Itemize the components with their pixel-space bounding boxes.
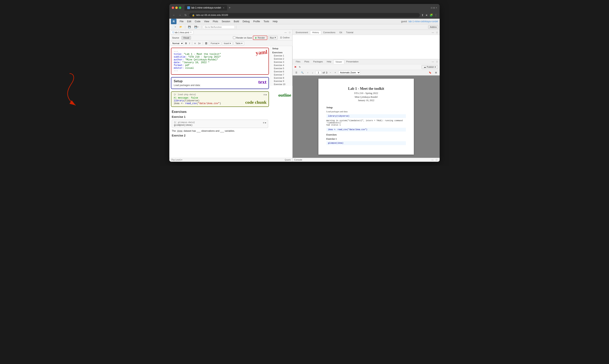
minimize-bottom-button[interactable]: — bbox=[431, 60, 435, 63]
viewer-refresh-icon[interactable]: ↻ bbox=[298, 65, 302, 69]
publish-dropdown-icon[interactable]: ▾ bbox=[435, 66, 436, 68]
outline-ex6[interactable]: Exercise 6 bbox=[271, 70, 292, 73]
new-tab-button[interactable]: + bbox=[228, 6, 231, 10]
addins-button[interactable]: Addins bbox=[428, 25, 438, 29]
text-style-select[interactable]: Normal bbox=[171, 41, 184, 45]
go-to-file-input[interactable] bbox=[203, 25, 235, 29]
outline-ex3[interactable]: Exercise 3 bbox=[271, 60, 292, 64]
visual-mode-button[interactable]: Visual bbox=[182, 36, 191, 39]
outline-ex2[interactable]: Exercise 2 bbox=[271, 57, 292, 60]
tab-help[interactable]: Help bbox=[325, 60, 333, 63]
render-button[interactable]: ▶ Render bbox=[253, 36, 267, 40]
image-button[interactable]: 🖼 bbox=[204, 42, 208, 45]
tab-plots[interactable]: Plots bbox=[302, 60, 311, 63]
pdf-search-icon[interactable]: 🔍 bbox=[300, 71, 305, 74]
save-all-button[interactable]: 💾+ bbox=[193, 25, 200, 29]
tab-environment[interactable]: Environment bbox=[294, 31, 310, 34]
pdf-prev-icon[interactable]: ↑ bbox=[306, 71, 310, 74]
menu-view[interactable]: View bbox=[202, 19, 211, 24]
bookmark-icon[interactable]: ★ bbox=[425, 13, 428, 17]
outline-ex5[interactable]: Exercise 5 bbox=[271, 67, 292, 70]
format-button[interactable]: Format ▾ bbox=[209, 41, 221, 45]
refresh-button[interactable]: ↻ bbox=[184, 13, 188, 17]
viewer-stop-icon[interactable]: ✕ bbox=[294, 65, 297, 68]
outline-ex10[interactable]: Exercise 10 bbox=[271, 83, 292, 86]
tab-files[interactable]: Files bbox=[294, 60, 302, 63]
publish-button[interactable]: ☁ Publish ▾ bbox=[422, 65, 438, 69]
file-tab-close[interactable]: ✕ bbox=[190, 31, 192, 33]
minimize-button[interactable] bbox=[175, 7, 178, 9]
outline-ex9[interactable]: Exercise 9 bbox=[271, 79, 292, 83]
outline-button[interactable]: ☰ Outline bbox=[278, 36, 291, 39]
maximize-panel-button[interactable]: □ bbox=[288, 31, 291, 34]
minimize-panel-button[interactable]: — bbox=[284, 31, 287, 34]
editor-content[interactable]: --- title: "Lab 1 - Meet the toolkit" su… bbox=[169, 46, 270, 158]
chunk-run-icon[interactable]: ▶ bbox=[265, 93, 267, 96]
exercise1-run-icon[interactable]: ▶ bbox=[265, 121, 266, 124]
pdf-next-icon[interactable]: ↓ bbox=[311, 71, 315, 74]
share-icon[interactable]: ⬆ bbox=[421, 13, 424, 17]
outline-setup[interactable]: Setup bbox=[271, 46, 292, 50]
menu-tools[interactable]: Tools bbox=[262, 19, 271, 24]
chunk-settings-icon[interactable]: ⚙ bbox=[264, 93, 265, 96]
run-dropdown-icon[interactable]: ▾ bbox=[275, 36, 276, 39]
numlist-button[interactable]: 1≡ bbox=[197, 42, 201, 45]
close-button[interactable] bbox=[172, 7, 174, 9]
render-on-save-checkbox[interactable] bbox=[233, 36, 236, 39]
tab-tutorial[interactable]: Tutorial bbox=[344, 31, 355, 34]
menu-file[interactable]: File bbox=[178, 19, 185, 24]
tab-git[interactable]: Git bbox=[337, 31, 344, 34]
address-bar[interactable]: 🔒 labs-az-08.oit.duke.edu:30189 bbox=[189, 13, 420, 17]
maximize-bottom-button[interactable]: □ bbox=[436, 60, 438, 63]
menu-help[interactable]: Help bbox=[271, 19, 279, 24]
outline-exercises[interactable]: Exercises bbox=[271, 50, 292, 54]
source-mode-button[interactable]: Source bbox=[171, 36, 181, 39]
list-button[interactable]: ≡ bbox=[194, 42, 196, 45]
menu-session[interactable]: Session bbox=[220, 19, 232, 24]
run-button[interactable]: Run ▾ bbox=[268, 36, 278, 39]
pdf-sidebar-icon[interactable]: ☰ bbox=[294, 71, 299, 74]
outline-ex4[interactable]: Exercise 4 bbox=[271, 64, 292, 67]
menu-build[interactable]: Build bbox=[232, 19, 241, 24]
save-button[interactable]: 💾 bbox=[187, 25, 192, 29]
bold-button[interactable]: B bbox=[185, 42, 188, 45]
menu-debug[interactable]: Debug bbox=[241, 19, 251, 24]
tab-close-icon[interactable]: ✕ bbox=[223, 7, 225, 9]
menu-code[interactable]: Code bbox=[193, 19, 202, 24]
menu-icon[interactable]: ⋮ bbox=[435, 13, 437, 17]
pdf-page-input[interactable]: 1 bbox=[316, 71, 321, 74]
pdf-content[interactable]: Lab 1 - Meet the toolkit STA 210 - Sprin… bbox=[292, 76, 440, 158]
pdf-bookmark-icon[interactable]: 🔖 bbox=[427, 71, 433, 74]
table-button[interactable]: Table ▾ bbox=[234, 41, 244, 45]
outline-ex7[interactable]: Exercise 7 bbox=[271, 73, 292, 76]
tab-packages[interactable]: Packages bbox=[311, 60, 325, 63]
pdf-zoom-in-icon[interactable]: + bbox=[333, 71, 337, 74]
outline-ex8[interactable]: Exercise 8 bbox=[271, 76, 292, 79]
back-button[interactable]: ← bbox=[172, 13, 176, 17]
extensions-icon[interactable]: 🧩 bbox=[430, 13, 433, 17]
outline-ex1[interactable]: Exercise 1 bbox=[271, 54, 292, 57]
exercise1-settings-icon[interactable]: ⚙ bbox=[263, 121, 264, 124]
maximize-console-button[interactable]: □ bbox=[435, 158, 438, 161]
tab-connections[interactable]: Connections bbox=[321, 31, 337, 34]
pdf-fullscreen-icon[interactable]: ⊞ bbox=[434, 71, 438, 74]
tab-history[interactable]: History bbox=[310, 30, 321, 34]
tab-viewer[interactable]: Viewer bbox=[333, 60, 344, 64]
italic-button[interactable]: I bbox=[188, 42, 191, 45]
menu-profile[interactable]: Profile bbox=[252, 19, 262, 24]
tab-presentation[interactable]: Presentation bbox=[344, 60, 360, 63]
pdf-zoom-select[interactable]: Automatic Zoom bbox=[338, 71, 360, 74]
maximize-button[interactable] bbox=[179, 7, 181, 9]
new-file-button[interactable]: 📄+ bbox=[171, 25, 177, 29]
forward-button[interactable]: → bbox=[178, 13, 182, 17]
pdf-zoom-out-icon[interactable]: − bbox=[329, 71, 332, 74]
active-tab[interactable]: lab-1-mine-cetinkaya-rundel- ✕ bbox=[185, 5, 227, 11]
minimize-console-button[interactable]: — bbox=[431, 158, 434, 161]
insert-button[interactable]: Insert ▾ bbox=[222, 41, 233, 45]
minimize-top-button[interactable]: — bbox=[431, 31, 435, 34]
file-tab[interactable]: Q lab-1-ikea.qmd ✕ bbox=[171, 31, 193, 34]
menu-edit[interactable]: Edit bbox=[185, 19, 193, 24]
open-file-button[interactable]: 📂 bbox=[178, 25, 184, 29]
menu-plots[interactable]: Plots bbox=[211, 19, 220, 24]
maximize-top-button[interactable]: □ bbox=[436, 31, 438, 34]
